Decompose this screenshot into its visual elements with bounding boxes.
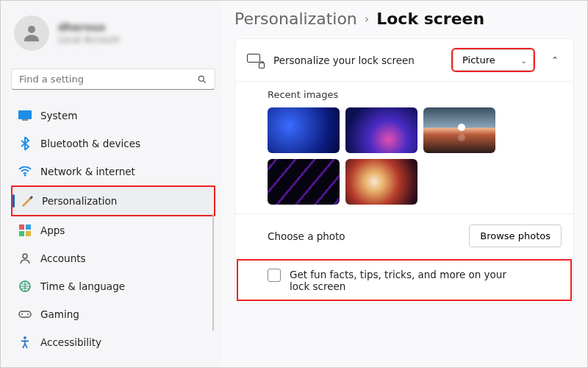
scrollbar[interactable] [212,213,214,331]
recent-image-thumb[interactable] [345,159,417,205]
svg-line-2 [204,80,206,82]
fun-facts-checkbox[interactable] [268,269,281,282]
personalize-label: Personalize your lock screen [273,54,442,66]
breadcrumb: Personalization › Lock screen [234,10,574,28]
recent-images-grid [268,107,517,205]
sidebar-item-system[interactable]: System [11,102,215,130]
profile-sub: Local Account [58,35,119,45]
recent-images-section: Recent images [235,89,573,213]
collapse-toggle[interactable]: ⌃ [548,55,562,66]
sidebar-item-network[interactable]: Network & internet [11,158,215,185]
sidebar-item-label: Bluetooth & devices [40,138,140,149]
profile-name: dherous [58,21,119,33]
svg-rect-8 [19,231,24,236]
system-icon [18,109,32,122]
sidebar-item-gaming[interactable]: Gaming [11,300,215,328]
lock-screen-icon [247,54,263,67]
chevron-right-icon: › [365,12,369,26]
browse-photos-button[interactable]: Browse photos [469,224,562,247]
svg-rect-4 [22,119,28,121]
background-type-dropdown[interactable]: Picture ⌄ [453,49,534,71]
accessibility-icon [18,336,32,349]
search-input[interactable] [19,74,197,85]
svg-rect-6 [19,224,24,230]
recent-image-thumb[interactable] [423,107,495,153]
nav-list: System Bluetooth & devices Network & int… [11,102,215,356]
svg-point-10 [23,254,27,258]
sidebar-item-label: Network & internet [40,166,135,177]
gaming-icon [18,308,32,321]
sidebar-item-bluetooth[interactable]: Bluetooth & devices [11,130,215,158]
account-icon [18,252,32,265]
fun-facts-row: Get fun facts, tips, tricks, and more on… [235,258,573,302]
svg-point-5 [24,174,26,177]
choose-photo-row: Choose a photo Browse photos [235,213,573,258]
breadcrumb-current: Lock screen [376,10,484,28]
sidebar: dherous Local Account System Bluetooth &… [1,1,221,367]
svg-point-1 [198,76,204,81]
wifi-icon [18,165,32,178]
sidebar-item-time-language[interactable]: Time & language [11,272,215,300]
recent-image-thumb[interactable] [345,107,417,153]
sidebar-item-label: Gaming [40,308,79,320]
sidebar-item-label: System [40,110,77,121]
globe-clock-icon [18,280,32,293]
fun-facts-label: Get fun facts, tips, tricks, and more on… [290,269,525,292]
sidebar-item-label: Accounts [40,252,86,264]
svg-rect-3 [18,110,32,119]
bluetooth-icon [18,137,32,150]
lock-screen-card: Personalize your lock screen Picture ⌄ ⌃… [234,38,574,303]
svg-rect-12 [19,311,31,317]
recent-image-thumb[interactable] [268,159,340,205]
sidebar-item-label: Personalization [42,195,117,207]
chevron-down-icon: ⌄ [521,56,527,64]
svg-point-14 [27,314,29,315]
svg-point-0 [28,26,35,33]
search-box[interactable] [11,68,215,90]
choose-photo-label: Choose a photo [268,230,459,242]
avatar [14,15,49,51]
apps-icon [18,224,32,237]
svg-rect-9 [26,231,31,236]
sidebar-item-label: Time & language [40,280,125,292]
dropdown-value: Picture [462,54,495,66]
svg-point-15 [24,336,26,339]
svg-rect-7 [26,224,31,230]
sidebar-item-label: Apps [40,224,65,236]
recent-image-thumb[interactable] [268,107,340,153]
sidebar-item-apps[interactable]: Apps [11,216,215,244]
profile-block[interactable]: dherous Local Account [11,10,215,63]
svg-point-13 [21,314,23,315]
sidebar-item-label: Accessibility [40,336,101,348]
recent-images-heading: Recent images [268,89,562,100]
person-icon [21,22,43,44]
personalize-row[interactable]: Personalize your lock screen Picture ⌄ ⌃ [235,39,573,82]
sidebar-item-personalization[interactable]: Personalization [11,185,215,216]
sidebar-item-accounts[interactable]: Accounts [11,244,215,272]
search-icon [197,74,207,85]
sidebar-item-accessibility[interactable]: Accessibility [11,328,215,356]
profile-text: dherous Local Account [58,21,119,45]
main-content: Personalization › Lock screen Personaliz… [221,1,587,367]
breadcrumb-parent[interactable]: Personalization [234,10,357,28]
brush-icon [20,194,33,208]
